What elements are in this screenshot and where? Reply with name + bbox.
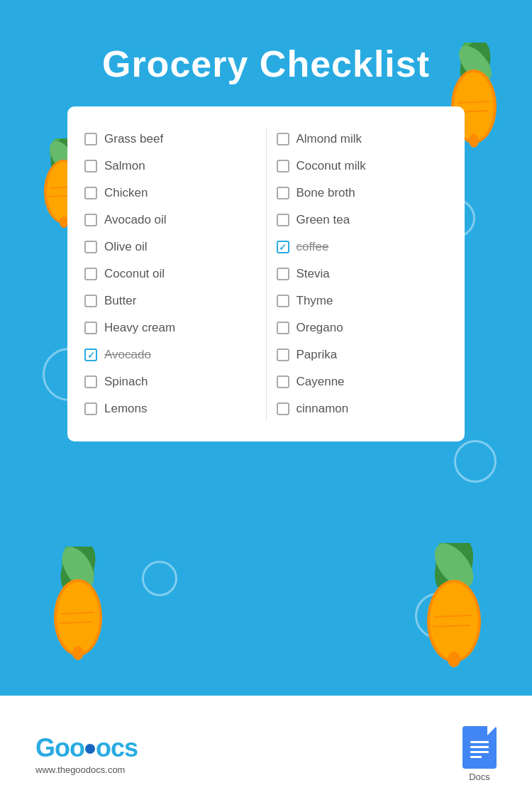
carrot-bottom-right bbox=[404, 543, 504, 667]
list-item: Almond milk bbox=[274, 128, 451, 150]
docs-icon: Docs bbox=[462, 726, 497, 782]
docs-icon-line bbox=[470, 751, 489, 753]
docs-label: Docs bbox=[469, 772, 490, 782]
list-item: Grass beef bbox=[82, 128, 259, 150]
list-item: Avocado oil bbox=[82, 209, 259, 231]
checkbox[interactable] bbox=[277, 241, 289, 253]
item-label: coffee bbox=[297, 240, 329, 254]
list-item: Coconut milk bbox=[274, 155, 451, 177]
footer: Gooocs www.thegoodocs.com Docs bbox=[0, 696, 532, 812]
checklist-card: Grass beefSalmonChickenAvocado oilOlive … bbox=[67, 106, 465, 441]
item-label: Olive oil bbox=[104, 240, 147, 254]
item-label: Stevia bbox=[297, 267, 330, 281]
item-label: Almond milk bbox=[297, 132, 362, 146]
checkbox[interactable] bbox=[277, 349, 289, 361]
list-item: cinnamon bbox=[274, 397, 451, 420]
list-item: Cayenne bbox=[274, 371, 451, 393]
list-item: Heavy cream bbox=[82, 317, 259, 339]
checkbox[interactable] bbox=[84, 349, 97, 361]
list-item: Butter bbox=[82, 290, 259, 312]
checkbox[interactable] bbox=[84, 268, 97, 280]
checkbox[interactable] bbox=[84, 322, 97, 334]
checkbox[interactable] bbox=[84, 375, 97, 388]
checkbox[interactable] bbox=[277, 133, 289, 146]
list-item: Stevia bbox=[274, 263, 451, 285]
list-item: Salmon bbox=[82, 155, 259, 177]
item-label: Heavy cream bbox=[104, 321, 175, 335]
item-label: Bone broth bbox=[297, 186, 355, 200]
checkbox[interactable] bbox=[84, 402, 97, 415]
list-item: Bone broth bbox=[274, 182, 451, 204]
item-label: Avocado oil bbox=[104, 213, 167, 227]
list-item: Oregano bbox=[274, 317, 451, 339]
list-item: Coconut oil bbox=[82, 263, 259, 285]
item-label: Coconut oil bbox=[104, 267, 165, 281]
list-item: Thyme bbox=[274, 290, 451, 312]
brand-name: Gooocs bbox=[35, 733, 138, 763]
docs-icon-line bbox=[470, 746, 489, 748]
checkbox[interactable] bbox=[84, 295, 97, 307]
list-item: coffee bbox=[274, 236, 451, 258]
brand-logo: Gooocs www.thegoodocs.com bbox=[35, 733, 138, 775]
checkbox[interactable] bbox=[277, 402, 289, 415]
item-label: Coconut milk bbox=[297, 159, 366, 173]
carrot-bottom-left bbox=[35, 547, 121, 660]
item-label: Lemons bbox=[104, 402, 147, 416]
column-divider bbox=[266, 128, 267, 420]
list-item: Paprika bbox=[274, 344, 451, 366]
checkbox[interactable] bbox=[277, 268, 289, 280]
item-label: Avocado bbox=[104, 348, 151, 362]
checkbox[interactable] bbox=[84, 187, 97, 199]
right-column: Almond milkCoconut milkBone brothGreen t… bbox=[274, 128, 451, 420]
svg-point-28 bbox=[430, 583, 478, 659]
list-item: Avocado bbox=[82, 344, 259, 366]
checkbox[interactable] bbox=[277, 322, 289, 334]
checkbox[interactable] bbox=[84, 160, 97, 172]
item-label: Paprika bbox=[297, 348, 338, 362]
list-item: Spinach bbox=[82, 371, 259, 393]
left-column: Grass beefSalmonChickenAvocado oilOlive … bbox=[82, 128, 259, 420]
item-label: Cayenne bbox=[297, 375, 345, 389]
decorative-circle bbox=[454, 440, 497, 483]
svg-point-23 bbox=[72, 646, 84, 660]
docs-icon-line bbox=[470, 756, 482, 758]
item-label: Thyme bbox=[297, 294, 333, 308]
checkbox[interactable] bbox=[277, 187, 289, 199]
item-label: Grass beef bbox=[104, 132, 163, 146]
item-label: Green tea bbox=[297, 213, 350, 227]
checkbox[interactable] bbox=[277, 214, 289, 226]
list-item: Chicken bbox=[82, 182, 259, 204]
checkbox[interactable] bbox=[277, 160, 289, 172]
svg-point-31 bbox=[448, 652, 460, 667]
item-label: cinnamon bbox=[297, 402, 349, 416]
checkbox[interactable] bbox=[84, 133, 97, 146]
docs-icon-lines bbox=[470, 741, 489, 758]
item-label: Spinach bbox=[104, 375, 148, 389]
list-item: Green tea bbox=[274, 209, 451, 231]
list-item: Lemons bbox=[82, 397, 259, 420]
checkbox[interactable] bbox=[84, 241, 97, 253]
svg-point-15 bbox=[469, 133, 479, 148]
item-label: Butter bbox=[104, 294, 136, 308]
decorative-circle bbox=[142, 561, 177, 596]
svg-point-20 bbox=[57, 582, 99, 653]
item-label: Chicken bbox=[104, 186, 148, 200]
checkbox[interactable] bbox=[277, 375, 289, 388]
docs-icon-image bbox=[462, 726, 497, 769]
brand-url: www.thegoodocs.com bbox=[35, 764, 138, 775]
docs-icon-line bbox=[470, 741, 489, 743]
item-label: Salmon bbox=[104, 159, 145, 173]
checkbox[interactable] bbox=[277, 295, 289, 307]
list-item: Olive oil bbox=[82, 236, 259, 258]
checkbox[interactable] bbox=[84, 214, 97, 226]
item-label: Oregano bbox=[297, 321, 343, 335]
main-container: Grocery Checklist Grass beefSalmonChicke… bbox=[0, 0, 532, 696]
